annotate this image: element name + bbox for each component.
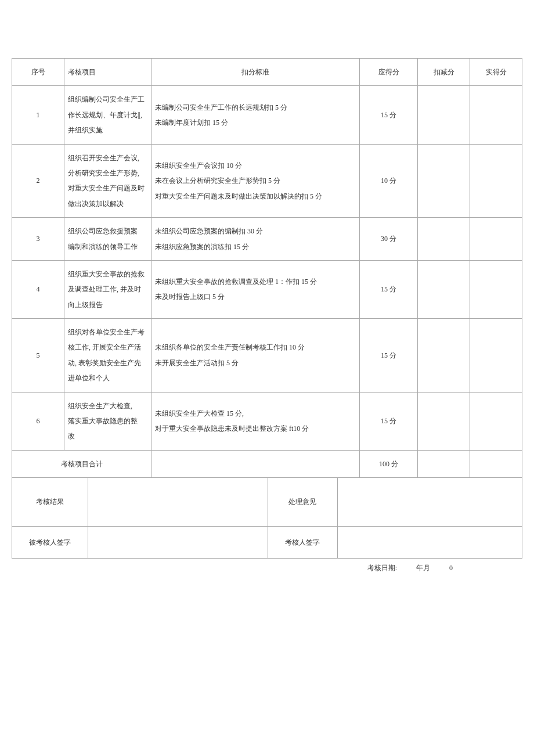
row-deduct[interactable] [418,319,470,393]
header-row: 序号 考核项目 扣分标准 应得分 扣减分 实得分 [12,59,522,86]
result-value[interactable] [88,478,268,525]
row-score: 15 分 [360,86,418,144]
row-standard: 未编制公司安全生产工作的长远规划扣 5 分 未编制年度计划扣 15 分 [151,86,360,144]
row-actual[interactable] [470,144,522,218]
result-row: 考核结果 处理意见 [12,478,522,526]
total-actual [470,450,522,477]
row-deduct[interactable] [418,144,470,218]
row-standard: 未组织各单位的安全生产责任制考核工作扣 10 分 未开展安全生产活动扣 5 分 [151,319,360,393]
table-row: 6组织安全生产大检查, 落实重大事故隐患的整 改未组织安全生产大检查 15 分,… [12,392,522,450]
sign-row: 被考核人签字 考核人签字 [12,526,522,558]
assessed-sign-label: 被考核人签字 [12,527,88,558]
row-item: 组织编制公司安全生产工作长远规划、年度计戈||, 并组织实施 [64,86,151,144]
row-seq: 2 [12,144,64,218]
row-standard: 未组织安全生产会议扣 10 分 未在会议上分析研究安全生产形势扣 5 分 对重大… [151,144,360,218]
row-item: 组织公司应急救援预案 编制和演练的领导工作 [64,218,151,261]
opinion-label: 处理意见 [268,478,337,525]
row-score: 10 分 [360,144,418,218]
row-deduct[interactable] [418,218,470,261]
footer-date-line: 考核日期: 年月 0 [12,563,522,573]
row-deduct[interactable] [418,392,470,450]
row-score: 30 分 [360,218,418,261]
table-row: 5组织对各单位安全生产考核工作, 开展安全生产活动, 表彰奖励安全生产先进单位和… [12,319,522,393]
header-item: 考核项目 [64,59,151,86]
row-seq: 6 [12,392,64,450]
footer-year-month: 年月 [416,564,430,572]
row-score: 15 分 [360,319,418,393]
row-item: 组织对各单位安全生产考核工作, 开展安全生产活动, 表彰奖励安全生产先进单位和个… [64,319,151,393]
total-row: 考核项目合计 100 分 [12,450,522,477]
row-deduct[interactable] [418,86,470,144]
assessed-sign-value[interactable] [88,527,268,558]
total-standard-blank [151,450,360,477]
total-deduct [418,450,470,477]
row-actual[interactable] [470,218,522,261]
table-body: 1组织编制公司安全生产工作长远规划、年度计戈||, 并组织实施未编制公司安全生产… [12,86,522,450]
row-score: 15 分 [360,392,418,450]
row-standard: 未组织公司应急预案的编制扣 30 分 未组织应急预案的演练扣 15 分 [151,218,360,261]
row-item: 组织重大安全事故的抢救及调查处理工作, 并及时向上级报告 [64,260,151,318]
assessor-sign-value[interactable] [337,527,522,558]
assessor-sign-label: 考核人签字 [268,527,337,558]
header-seq: 序号 [12,59,64,86]
header-standard: 扣分标准 [151,59,360,86]
row-actual[interactable] [470,260,522,318]
opinion-value[interactable] [337,478,522,525]
row-actual[interactable] [470,319,522,393]
header-actual: 实得分 [470,59,522,86]
row-actual[interactable] [470,392,522,450]
total-score: 100 分 [360,450,418,477]
row-seq: 5 [12,319,64,393]
table-row: 3组织公司应急救援预案 编制和演练的领导工作未组织公司应急预案的编制扣 30 分… [12,218,522,261]
row-seq: 4 [12,260,64,318]
row-seq: 3 [12,218,64,261]
header-deduct: 扣减分 [418,59,470,86]
row-score: 15 分 [360,260,418,318]
table-row: 1组织编制公司安全生产工作长远规划、年度计戈||, 并组织实施未编制公司安全生产… [12,86,522,144]
row-standard: 未组织安全生产大检查 15 分, 对于重大安全事故隐患未及时提出整改方案 ft1… [151,392,360,450]
table-row: 2组织召开安全生产会议, 分析研究安全生产形势, 对重大安全生产问题及时做出决策… [12,144,522,218]
row-item: 组织安全生产大检查, 落实重大事故隐患的整 改 [64,392,151,450]
row-item: 组织召开安全生产会议, 分析研究安全生产形势, 对重大安全生产问题及时做出决策加… [64,144,151,218]
row-actual[interactable] [470,86,522,144]
footer-zero: 0 [449,564,453,572]
result-label: 考核结果 [12,478,88,525]
row-deduct[interactable] [418,260,470,318]
assessment-table: 序号 考核项目 扣分标准 应得分 扣减分 实得分 1组织编制公司安全生产工作长远… [12,58,522,559]
table-row: 4组织重大安全事故的抢救及调查处理工作, 并及时向上级报告未组织重大安全事故的抢… [12,260,522,318]
header-score: 应得分 [360,59,418,86]
footer-date-label: 考核日期: [367,564,397,572]
row-seq: 1 [12,86,64,144]
total-label: 考核项目合计 [12,450,151,477]
row-standard: 未组织重大安全事故的抢救调查及处理 1：作扣 15 分 未及时报告上级口 5 分 [151,260,360,318]
